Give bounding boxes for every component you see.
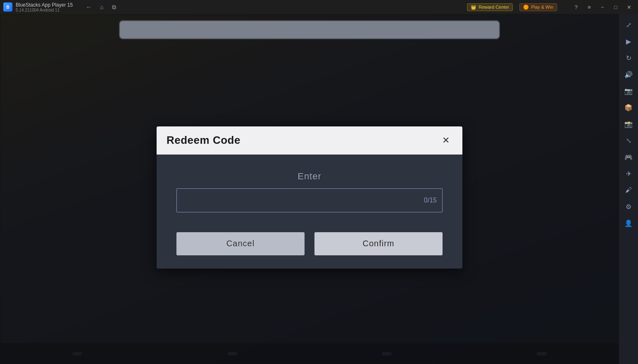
apk-icon[interactable]: 📦 [621,100,636,115]
menu-button[interactable]: ≡ [583,2,595,12]
dialog-body: Enter 0/15 [157,155,462,226]
titlebar-right: 👑 Reward Center 🟠 Play & Win ? ≡ − □ ✕ [467,2,635,12]
redeem-code-dialog: Redeem Code ✕ Enter 0/15 Cancel Confirm [157,126,462,269]
back-nav-button[interactable]: ← [84,2,93,12]
titlebar-nav: ← ⌂ ⧉ [84,2,117,12]
app-name: BlueStacks App Player 15 [16,2,73,8]
dialog-close-button[interactable]: ✕ [439,134,452,147]
settings-icon[interactable]: ⚙ [621,199,636,214]
play-icon[interactable]: ▶ [621,34,636,49]
reward-crown-icon: 👑 [471,5,476,10]
reward-center-button[interactable]: 👑 Reward Center [467,3,513,11]
gamepad-icon[interactable]: 🎮 [621,150,636,164]
maximize-button[interactable]: □ [610,2,621,12]
play-win-label: Play & Win [531,5,553,10]
play-win-button[interactable]: 🟠 Play & Win [519,3,557,11]
reward-center-label: Reward Center [479,5,509,10]
fullscreen-icon[interactable]: ⤢ [621,17,636,32]
dialog-title: Redeem Code [167,134,240,147]
titlebar: B BlueStacks App Player 15 5.14.211004 A… [0,0,638,14]
copy-nav-button[interactable]: ⧉ [110,2,118,12]
volume-icon[interactable]: 🔊 [621,67,636,82]
rotate-icon[interactable]: ↻ [621,50,636,65]
play-win-icon: 🟠 [523,5,529,10]
enter-label: Enter [298,171,321,182]
sidebar-right: ⤢ ▶ ↻ 🔊 📷 📦 📸 ⤡ 🎮 ✈ 🖌 ⚙ 👤 [619,14,638,364]
user-icon[interactable]: 👤 [621,216,636,231]
main-area: Redeem Code ✕ Enter 0/15 Cancel Confirm [0,14,619,364]
help-button[interactable]: ? [570,2,582,12]
titlebar-window-controls: ? ≡ − □ ✕ [570,2,635,12]
camera-icon[interactable]: 📷 [621,83,636,98]
cancel-button[interactable]: Cancel [176,232,305,255]
titlebar-left: B BlueStacks App Player 15 5.14.211004 A… [3,2,467,12]
code-input[interactable] [176,188,443,212]
close-button[interactable]: ✕ [623,2,635,12]
dialog-overlay: Redeem Code ✕ Enter 0/15 Cancel Confirm [0,14,619,364]
bluestacks-logo: B [3,2,12,12]
minimize-button[interactable]: − [597,2,608,12]
dialog-footer: Cancel Confirm [157,226,462,269]
resize-icon[interactable]: ⤡ [621,133,636,148]
dialog-header: Redeem Code ✕ [157,126,462,155]
confirm-button[interactable]: Confirm [314,232,443,255]
airplane-icon[interactable]: ✈ [621,166,636,181]
home-nav-button[interactable]: ⌂ [98,2,105,12]
code-input-wrapper: 0/15 [176,188,443,212]
app-version: 5.14.211004 Android 11 [16,8,73,12]
screenshot-icon[interactable]: 📸 [621,117,636,131]
brush-icon[interactable]: 🖌 [621,183,636,197]
